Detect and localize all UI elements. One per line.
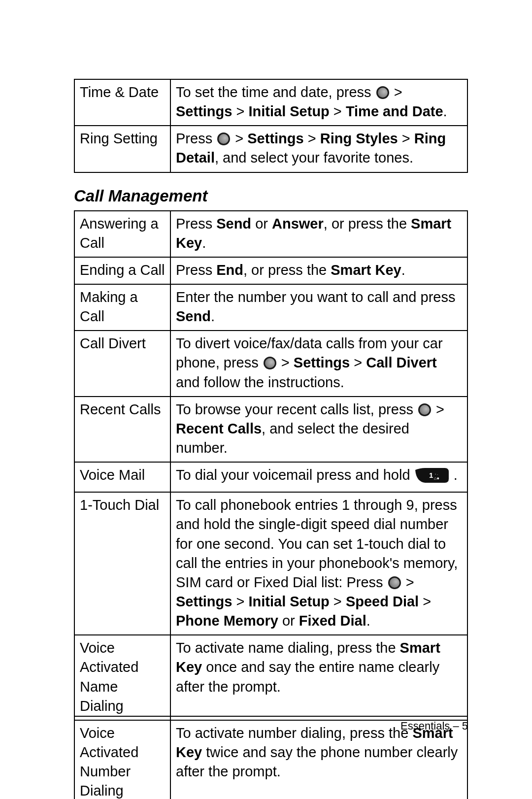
table-row: Ending a CallPress End, or press the Sma…	[74, 257, 467, 284]
page-footer: Essentials – 5	[74, 716, 468, 732]
row-label: 1-Touch Dial	[74, 492, 170, 635]
page: Time & DateTo set the time and date, pre…	[0, 0, 532, 799]
menu-icon	[418, 403, 431, 416]
table-row: 1-Touch DialTo call phonebook entries 1 …	[74, 492, 467, 635]
key-1-icon: 1- .⌂●	[415, 468, 449, 488]
call-management-table: Answering a CallPress Send or Answer, or…	[74, 210, 468, 799]
row-description: To dial your voicemail press and hold 1-…	[170, 462, 467, 492]
row-description: To divert voice/fax/data calls from your…	[170, 331, 467, 396]
row-label: Ring Setting	[74, 126, 170, 172]
table-row: Voice Activated Name DialingTo activate …	[74, 635, 467, 720]
section-heading: Call Management	[74, 187, 468, 205]
row-description: Press Send or Answer, or press the Smart…	[170, 211, 467, 257]
row-label: Recent Calls	[74, 397, 170, 462]
table-row: Voice MailTo dial your voicemail press a…	[74, 462, 467, 492]
row-label: Call Divert	[74, 331, 170, 396]
row-label: Ending a Call	[74, 257, 170, 284]
row-label: Answering a Call	[74, 211, 170, 257]
row-description: To call phonebook entries 1 through 9, p…	[170, 492, 467, 635]
menu-icon	[217, 133, 230, 145]
table-row: Ring SettingPress > Settings > Ring Styl…	[74, 126, 467, 172]
table-row: Answering a CallPress Send or Answer, or…	[74, 211, 467, 257]
settings-table: Time & DateTo set the time and date, pre…	[74, 79, 468, 173]
table-row: Call DivertTo divert voice/fax/data call…	[74, 331, 467, 396]
table-row: Recent CallsTo browse your recent calls …	[74, 397, 467, 462]
menu-icon	[388, 576, 401, 589]
row-description: To set the time and date, press > Settin…	[170, 79, 467, 126]
row-label: Voice Mail	[74, 462, 170, 492]
row-label: Making a Call	[74, 284, 170, 331]
row-description: To activate name dialing, press the Smar…	[170, 635, 467, 720]
svg-text:1: 1	[429, 471, 433, 479]
menu-icon	[376, 86, 389, 99]
table-row: Making a CallEnter the number you want t…	[74, 284, 467, 331]
row-description: Press End, or press the Smart Key.	[170, 257, 467, 284]
row-description: Press > Settings > Ring Styles > Ring De…	[170, 126, 467, 172]
svg-text:⌂●: ⌂●	[434, 476, 439, 481]
menu-icon	[264, 357, 276, 369]
row-label: Voice Activated Name Dialing	[74, 635, 170, 720]
row-label: Time & Date	[74, 79, 170, 126]
row-description: To browse your recent calls list, press …	[170, 397, 467, 462]
table-row: Time & DateTo set the time and date, pre…	[74, 79, 467, 126]
svg-text:- .: - .	[435, 472, 438, 475]
row-description: Enter the number you want to call and pr…	[170, 284, 467, 331]
